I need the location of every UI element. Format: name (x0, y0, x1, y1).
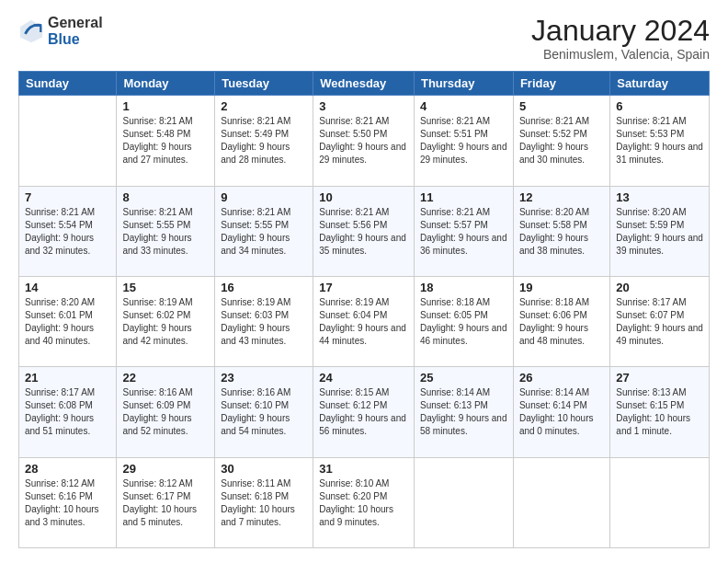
month-title: January 2024 (531, 15, 710, 47)
day-info: Sunrise: 8:17 AMSunset: 6:07 PMDaylight:… (616, 297, 703, 346)
cell-3-4: 25 Sunrise: 8:14 AMSunset: 6:13 PMDaylig… (414, 367, 513, 457)
day-info: Sunrise: 8:18 AMSunset: 6:06 PMDaylight:… (519, 297, 589, 346)
day-info: Sunrise: 8:21 AMSunset: 5:51 PMDaylight:… (420, 116, 507, 165)
cell-1-1: 8 Sunrise: 8:21 AMSunset: 5:55 PMDayligh… (117, 186, 215, 276)
cell-0-2: 2 Sunrise: 8:21 AMSunset: 5:49 PMDayligh… (215, 96, 313, 186)
cell-4-2: 30 Sunrise: 8:11 AMSunset: 6:18 PMDaylig… (215, 457, 313, 547)
week-row-3: 21 Sunrise: 8:17 AMSunset: 6:08 PMDaylig… (19, 367, 710, 457)
svg-marker-0 (20, 19, 42, 41)
cell-1-6: 13 Sunrise: 8:20 AMSunset: 5:59 PMDaylig… (610, 186, 710, 276)
cell-2-4: 18 Sunrise: 8:18 AMSunset: 6:05 PMDaylig… (414, 276, 513, 366)
day-number: 19 (519, 281, 604, 294)
day-number: 22 (122, 371, 209, 385)
day-number: 26 (519, 371, 604, 385)
cell-3-2: 23 Sunrise: 8:16 AMSunset: 6:10 PMDaylig… (215, 367, 313, 457)
header-row: Sunday Monday Tuesday Wednesday Thursday… (19, 72, 710, 96)
day-number: 11 (420, 190, 507, 204)
cell-1-3: 10 Sunrise: 8:21 AMSunset: 5:56 PMDaylig… (313, 186, 415, 276)
title-block: January 2024 Benimuslem, Valencia, Spain (531, 15, 710, 62)
day-number: 27 (616, 371, 703, 385)
cell-4-0: 28 Sunrise: 8:12 AMSunset: 6:16 PMDaylig… (19, 457, 117, 547)
cell-4-5 (513, 457, 609, 547)
location: Benimuslem, Valencia, Spain (531, 47, 710, 62)
day-info: Sunrise: 8:20 AMSunset: 6:01 PMDaylight:… (25, 297, 95, 346)
cell-0-4: 4 Sunrise: 8:21 AMSunset: 5:51 PMDayligh… (414, 96, 513, 186)
day-info: Sunrise: 8:21 AMSunset: 5:49 PMDaylight:… (221, 116, 290, 165)
day-info: Sunrise: 8:20 AMSunset: 5:59 PMDaylight:… (616, 207, 703, 256)
cell-0-1: 1 Sunrise: 8:21 AMSunset: 5:48 PMDayligh… (117, 96, 215, 186)
cell-3-0: 21 Sunrise: 8:17 AMSunset: 6:08 PMDaylig… (19, 367, 117, 457)
day-number: 15 (122, 281, 209, 294)
day-number: 1 (122, 99, 209, 113)
day-info: Sunrise: 8:12 AMSunset: 6:17 PMDaylight:… (122, 478, 197, 527)
cell-1-5: 12 Sunrise: 8:20 AMSunset: 5:58 PMDaylig… (513, 186, 609, 276)
col-tuesday: Tuesday (215, 72, 313, 96)
week-row-2: 14 Sunrise: 8:20 AMSunset: 6:01 PMDaylig… (19, 276, 710, 366)
week-row-1: 7 Sunrise: 8:21 AMSunset: 5:54 PMDayligh… (19, 186, 710, 276)
day-info: Sunrise: 8:21 AMSunset: 5:56 PMDaylight:… (319, 207, 406, 256)
cell-2-1: 15 Sunrise: 8:19 AMSunset: 6:02 PMDaylig… (117, 276, 215, 366)
day-info: Sunrise: 8:17 AMSunset: 6:08 PMDaylight:… (25, 387, 95, 436)
day-number: 5 (519, 99, 604, 113)
day-info: Sunrise: 8:21 AMSunset: 5:57 PMDaylight:… (420, 207, 507, 256)
day-number: 28 (25, 462, 110, 476)
day-number: 10 (319, 190, 408, 204)
cell-2-3: 17 Sunrise: 8:19 AMSunset: 6:04 PMDaylig… (313, 276, 415, 366)
day-number: 17 (319, 281, 408, 294)
cell-2-6: 20 Sunrise: 8:17 AMSunset: 6:07 PMDaylig… (610, 276, 710, 366)
cell-0-3: 3 Sunrise: 8:21 AMSunset: 5:50 PMDayligh… (313, 96, 415, 186)
day-number: 23 (221, 371, 307, 385)
cell-4-3: 31 Sunrise: 8:10 AMSunset: 6:20 PMDaylig… (313, 457, 415, 547)
day-info: Sunrise: 8:11 AMSunset: 6:18 PMDaylight:… (221, 478, 295, 527)
col-wednesday: Wednesday (313, 72, 415, 96)
cell-2-5: 19 Sunrise: 8:18 AMSunset: 6:06 PMDaylig… (513, 276, 609, 366)
logo-blue-text: Blue (48, 31, 103, 48)
col-thursday: Thursday (414, 72, 513, 96)
cell-3-6: 27 Sunrise: 8:13 AMSunset: 6:15 PMDaylig… (610, 367, 710, 457)
day-info: Sunrise: 8:21 AMSunset: 5:53 PMDaylight:… (616, 116, 703, 165)
cell-1-4: 11 Sunrise: 8:21 AMSunset: 5:57 PMDaylig… (414, 186, 513, 276)
day-number: 20 (616, 281, 703, 294)
day-number: 24 (319, 371, 408, 385)
week-row-0: 1 Sunrise: 8:21 AMSunset: 5:48 PMDayligh… (19, 96, 710, 186)
day-info: Sunrise: 8:10 AMSunset: 6:20 PMDaylight:… (319, 478, 393, 527)
col-saturday: Saturday (610, 72, 710, 96)
day-number: 6 (616, 99, 703, 113)
day-number: 12 (519, 190, 604, 204)
cell-1-0: 7 Sunrise: 8:21 AMSunset: 5:54 PMDayligh… (19, 186, 117, 276)
day-number: 13 (616, 190, 703, 204)
day-number: 25 (420, 371, 507, 385)
col-sunday: Sunday (19, 72, 117, 96)
cell-3-3: 24 Sunrise: 8:15 AMSunset: 6:12 PMDaylig… (313, 367, 415, 457)
cell-2-2: 16 Sunrise: 8:19 AMSunset: 6:03 PMDaylig… (215, 276, 313, 366)
day-number: 31 (319, 462, 408, 476)
day-info: Sunrise: 8:21 AMSunset: 5:50 PMDaylight:… (319, 116, 406, 165)
logo: General Blue (18, 15, 103, 47)
day-number: 16 (221, 281, 307, 294)
day-info: Sunrise: 8:20 AMSunset: 5:58 PMDaylight:… (519, 207, 589, 256)
cell-0-0 (19, 96, 117, 186)
cell-3-5: 26 Sunrise: 8:14 AMSunset: 6:14 PMDaylig… (513, 367, 609, 457)
cell-1-2: 9 Sunrise: 8:21 AMSunset: 5:55 PMDayligh… (215, 186, 313, 276)
day-number: 18 (420, 281, 507, 294)
day-number: 29 (122, 462, 209, 476)
cell-4-4 (414, 457, 513, 547)
day-info: Sunrise: 8:21 AMSunset: 5:55 PMDaylight:… (122, 207, 192, 256)
page: General Blue January 2024 Benimuslem, Va… (0, 0, 728, 563)
day-info: Sunrise: 8:16 AMSunset: 6:09 PMDaylight:… (122, 387, 192, 436)
day-number: 4 (420, 99, 507, 113)
logo-icon (18, 18, 44, 44)
day-info: Sunrise: 8:21 AMSunset: 5:52 PMDaylight:… (519, 116, 589, 165)
day-number: 21 (25, 371, 110, 385)
day-info: Sunrise: 8:14 AMSunset: 6:13 PMDaylight:… (420, 387, 507, 436)
day-info: Sunrise: 8:21 AMSunset: 5:55 PMDaylight:… (221, 207, 290, 256)
day-info: Sunrise: 8:19 AMSunset: 6:02 PMDaylight:… (122, 297, 192, 346)
day-info: Sunrise: 8:19 AMSunset: 6:04 PMDaylight:… (319, 297, 406, 346)
day-number: 2 (221, 99, 307, 113)
day-info: Sunrise: 8:21 AMSunset: 5:48 PMDaylight:… (122, 116, 192, 165)
calendar-table: Sunday Monday Tuesday Wednesday Thursday… (18, 71, 710, 548)
day-number: 3 (319, 99, 408, 113)
col-monday: Monday (117, 72, 215, 96)
day-info: Sunrise: 8:15 AMSunset: 6:12 PMDaylight:… (319, 387, 406, 436)
day-number: 30 (221, 462, 307, 476)
